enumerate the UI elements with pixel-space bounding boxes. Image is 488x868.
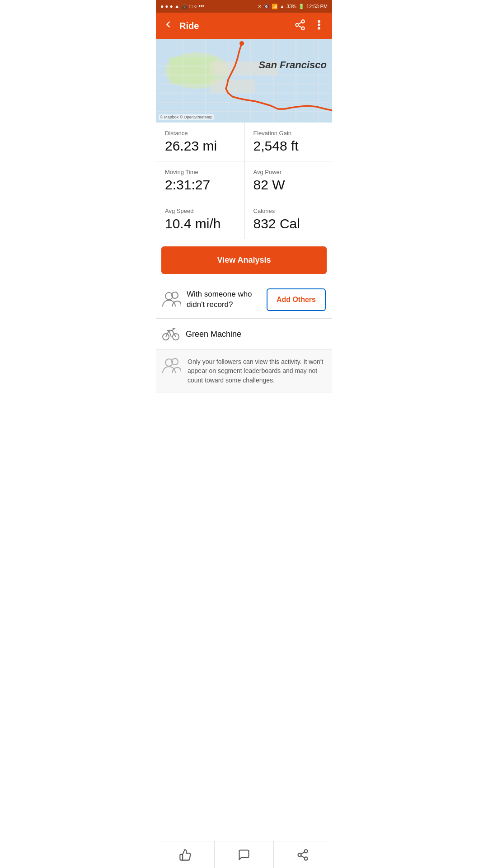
back-button[interactable] bbox=[163, 19, 173, 32]
gear-section: Green Machine bbox=[156, 319, 332, 350]
stat-avg-power: Avg Power 82 W bbox=[244, 161, 333, 200]
svg-point-30 bbox=[239, 41, 244, 46]
group-icon bbox=[162, 291, 181, 309]
with-someone-text: With someone who didn't record? bbox=[187, 289, 261, 310]
stat-calories: Calories 832 Cal bbox=[244, 200, 333, 239]
avg-power-label: Avg Power bbox=[253, 169, 324, 175]
bluetooth-icon: ⨯ bbox=[258, 4, 262, 9]
stat-moving-time: Moving Time 2:31:27 bbox=[156, 161, 244, 200]
stats-row-3: Avg Speed 10.4 mi/h Calories 832 Cal bbox=[156, 200, 332, 239]
elevation-label: Elevation Gain bbox=[253, 130, 324, 137]
stats-row-1: Distance 26.23 mi Elevation Gain 2,548 f… bbox=[156, 123, 332, 161]
calories-value: 832 Cal bbox=[253, 216, 324, 231]
svg-point-5 bbox=[318, 21, 319, 22]
svg-rect-28 bbox=[210, 80, 233, 93]
map-city-label: San Francisco bbox=[259, 59, 327, 71]
more-options-icon[interactable] bbox=[313, 19, 325, 33]
stats-section: Distance 26.23 mi Elevation Gain 2,548 f… bbox=[156, 123, 332, 239]
battery-icon: 🔋 bbox=[298, 4, 305, 9]
nav-actions bbox=[294, 19, 325, 33]
svg-point-7 bbox=[318, 28, 319, 29]
svg-point-6 bbox=[318, 24, 319, 25]
stat-elevation: Elevation Gain 2,548 ft bbox=[244, 123, 333, 161]
map-svg bbox=[156, 39, 332, 123]
page-title: Ride bbox=[179, 21, 294, 31]
stat-avg-speed: Avg Speed 10.4 mi/h bbox=[156, 200, 244, 239]
share-icon[interactable] bbox=[294, 19, 306, 33]
top-nav: Ride bbox=[156, 13, 332, 39]
map-background: San Francisco © Mapbox © OpenStreetMap bbox=[156, 39, 332, 123]
moving-time-value: 2:31:27 bbox=[165, 177, 235, 193]
svg-line-4 bbox=[298, 22, 301, 24]
distance-value: 26.23 mi bbox=[165, 138, 235, 154]
gear-name: Green Machine bbox=[186, 330, 241, 339]
stats-row-2: Moving Time 2:31:27 Avg Power 82 W bbox=[156, 161, 332, 200]
status-icons: ● ● ● ▲ 💼 □ ○ ••• bbox=[160, 3, 204, 9]
privacy-icon bbox=[162, 357, 181, 375]
avg-speed-value: 10.4 mi/h bbox=[165, 216, 235, 231]
status-bar: ● ● ● ▲ 💼 □ ○ ••• ⨯ 🔇 📶 ▲ 33% 🔋 12:53 PM bbox=[156, 0, 332, 13]
svg-line-3 bbox=[298, 26, 301, 28]
stat-distance: Distance 26.23 mi bbox=[156, 123, 244, 161]
battery-percent: 33% bbox=[286, 4, 296, 9]
svg-rect-11 bbox=[169, 57, 215, 84]
with-someone-section: With someone who didn't record? Add Othe… bbox=[156, 281, 332, 319]
status-info: ⨯ 🔇 📶 ▲ 33% 🔋 12:53 PM bbox=[258, 4, 328, 9]
moving-time-label: Moving Time bbox=[165, 169, 235, 175]
view-analysis-button[interactable]: View Analysis bbox=[161, 246, 327, 274]
wifi-icon: 📶 bbox=[272, 4, 278, 9]
distance-label: Distance bbox=[165, 130, 235, 137]
privacy-section: Only your followers can view this activi… bbox=[156, 350, 332, 392]
privacy-text: Only your followers can view this activi… bbox=[188, 357, 326, 385]
clock: 12:53 PM bbox=[306, 4, 328, 9]
elevation-value: 2,548 ft bbox=[253, 138, 324, 154]
svg-rect-25 bbox=[210, 61, 233, 75]
mute-icon: 🔇 bbox=[263, 4, 270, 9]
avg-speed-label: Avg Speed bbox=[165, 208, 235, 214]
avg-power-value: 82 W bbox=[253, 177, 324, 193]
add-others-button[interactable]: Add Others bbox=[267, 288, 326, 311]
svg-rect-29 bbox=[233, 80, 255, 93]
map-copyright: © Mapbox © OpenStreetMap bbox=[159, 114, 214, 120]
signal-icon: ▲ bbox=[280, 4, 285, 9]
bike-icon bbox=[162, 326, 179, 342]
calories-label: Calories bbox=[253, 208, 324, 214]
map-section: San Francisco © Mapbox © OpenStreetMap bbox=[156, 39, 332, 123]
